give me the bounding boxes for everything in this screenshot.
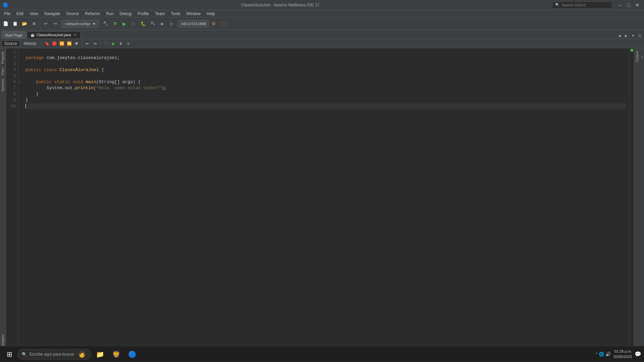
config-label: <default config> xyxy=(65,22,91,26)
tabs-next-btn[interactable]: ▶ xyxy=(623,33,629,39)
shift-left-btn[interactable]: ⇤ xyxy=(84,40,91,47)
profile-file-btn[interactable]: ◇ xyxy=(167,19,176,28)
fold-6[interactable]: □ xyxy=(18,79,23,85)
pause-btn[interactable]: ⏸ xyxy=(117,40,124,47)
tabs-prev-btn[interactable]: ◀ xyxy=(616,33,623,39)
toolbar-sep-3 xyxy=(100,20,100,28)
gc-btn[interactable]: ♻ xyxy=(209,19,218,28)
shift-right-btn[interactable]: ⇥ xyxy=(92,40,98,47)
fold-1 xyxy=(18,49,23,55)
menu-window[interactable]: Window xyxy=(183,11,203,17)
menu-tools[interactable]: Tools xyxy=(168,11,183,17)
tabs-right-controls: ◀ ▶ ▼ ⊡ xyxy=(616,33,643,39)
taskbar-brave[interactable]: 🦁 xyxy=(109,348,123,361)
tray-expand[interactable]: ^ xyxy=(596,352,597,356)
run-btn[interactable]: ▶ xyxy=(120,19,129,28)
network-icon[interactable]: 🌐 xyxy=(599,352,604,357)
menu-source[interactable]: Source xyxy=(63,11,82,17)
maximize-button[interactable]: □ xyxy=(625,2,633,8)
sidebar-files[interactable]: Files xyxy=(0,66,5,77)
main-area: Projects Files Services Navigator 1 2 3 … xyxy=(0,48,644,352)
menu-refactor[interactable]: Refactor xyxy=(82,11,103,17)
brave-icon: 🦁 xyxy=(112,350,120,358)
code-line-7: System.out.println("Hole, como estan tod… xyxy=(25,85,627,91)
code-line-4: public class ClasesAluraJoel { xyxy=(25,67,627,73)
code-line-6: public static void main(String[] args) { xyxy=(25,79,627,85)
menu-navigate[interactable]: Navigate xyxy=(42,11,63,17)
tab-java-file[interactable]: ☕ ClasesAluraJoel.java ✕ xyxy=(27,31,81,39)
search-bar[interactable]: 🔍 Search (Ctrl+I) xyxy=(552,1,612,9)
new-file-btn[interactable]: 📋 xyxy=(11,19,19,28)
menu-debug[interactable]: Debug xyxy=(117,11,134,17)
tab-start-page[interactable]: Start Page xyxy=(1,31,26,39)
config-selector[interactable]: <default config> ▼ xyxy=(62,20,98,28)
title-bar: 🔵 ClasesAluraJoel - Apache NetBeans IDE … xyxy=(0,0,644,10)
start-button[interactable]: ⊞ xyxy=(3,348,16,361)
explorer-icon: 📁 xyxy=(96,350,104,358)
history-tab-btn[interactable]: History xyxy=(21,40,39,47)
source-tab-btn[interactable]: Source xyxy=(1,40,20,47)
menu-run[interactable]: Run xyxy=(104,11,116,17)
clear-bookmarks-btn[interactable]: ✖ xyxy=(73,40,80,47)
line-num-4: 4 xyxy=(6,67,16,73)
tabs-restore-btn[interactable]: ⊡ xyxy=(637,33,643,39)
profile-btn[interactable]: ◈ xyxy=(158,19,166,28)
taskbar-search-icon: 🔍 xyxy=(22,352,27,357)
stop-btn[interactable]: ⬛ xyxy=(219,19,227,28)
sidebar-services[interactable]: Services xyxy=(0,77,5,94)
menu-view[interactable]: View xyxy=(27,11,41,17)
code-editor[interactable]: package com.joeytas.clasesalurajoel; pub… xyxy=(23,48,629,352)
taskbar-explorer[interactable]: 📁 xyxy=(93,348,107,361)
undo-btn[interactable]: ↩ xyxy=(41,19,50,28)
taskbar-cortana-icon: 🧑 xyxy=(78,351,86,358)
output-close-btn[interactable]: ✕ xyxy=(641,55,643,59)
toolbar-sep-1 xyxy=(40,20,40,28)
build-btn[interactable]: 🔨 xyxy=(101,19,110,28)
tab-java-close[interactable]: ✕ xyxy=(73,33,77,37)
output-panel: Output ✕ xyxy=(634,48,644,352)
menu-team[interactable]: Team xyxy=(152,11,167,17)
config-arrow: ▼ xyxy=(92,22,96,26)
continue-btn[interactable]: ▶ xyxy=(110,40,117,47)
stop-debug-btn[interactable]: ⬛ xyxy=(103,40,109,47)
line-num-10: 10 xyxy=(6,103,16,109)
tab-java-icon: ☕ xyxy=(31,33,35,37)
menu-profile[interactable]: Profile xyxy=(135,11,152,17)
menu-bar: File Edit View Navigate Source Refactor … xyxy=(0,10,644,17)
taskbar-search[interactable]: 🔍 Escribe aquí para buscar 🧑 xyxy=(17,349,91,360)
fold-column: □ xyxy=(18,48,23,352)
sidebar-projects[interactable]: Projects xyxy=(0,50,5,66)
debug-btn[interactable]: 🐛 xyxy=(139,19,148,28)
toggle-bookmark-btn[interactable]: 🔖 xyxy=(44,40,50,47)
memory-indicator[interactable]: 443.0/714.0MB xyxy=(179,20,209,27)
memory-label: 443.0/714.0MB xyxy=(181,22,206,26)
output-tab-label[interactable]: Output xyxy=(635,50,639,63)
menu-edit[interactable]: Edit xyxy=(14,11,26,17)
toolbar: 📄 📋 📂 ⊠ ↩ ↪ <default config> ▼ 🔨 ⚒ ▶ ▷ 🐛… xyxy=(0,17,644,30)
close-project-btn[interactable]: ⊠ xyxy=(30,19,38,28)
tabs-menu-btn[interactable]: ▼ xyxy=(630,33,636,39)
toggle-breakpoint-btn[interactable]: 🔴 xyxy=(51,40,58,47)
editor-area[interactable]: 1 2 3 4 5 6 7 8 9 10 □ package c xyxy=(6,48,629,352)
fold-8 xyxy=(18,91,23,97)
menu-help[interactable]: Help xyxy=(204,11,218,17)
run-file-btn[interactable]: ▷ xyxy=(129,19,138,28)
notification-btn[interactable]: 💬 xyxy=(635,351,641,357)
taskbar-clock[interactable]: 01:26 p.m. 20/06/2023 xyxy=(613,349,632,359)
prev-bookmark-btn[interactable]: ⏪ xyxy=(66,40,72,47)
next-bookmark-btn[interactable]: ⏩ xyxy=(58,40,65,47)
tab-java-label: ClasesAluraJoel.java xyxy=(37,33,71,37)
minimize-button[interactable]: – xyxy=(616,2,624,8)
taskbar-app3[interactable]: 🔵 xyxy=(125,348,140,361)
clean-build-btn[interactable]: ⚒ xyxy=(111,19,119,28)
more-btn[interactable]: ≡ xyxy=(125,40,131,47)
volume-icon[interactable]: 🔊 xyxy=(605,352,611,357)
debug-file-btn[interactable]: ⛏ xyxy=(148,19,157,28)
close-button[interactable]: ✕ xyxy=(633,2,641,8)
redo-btn[interactable]: ↪ xyxy=(51,19,59,28)
menu-file[interactable]: File xyxy=(1,11,13,17)
open-project-btn[interactable]: 📂 xyxy=(20,19,29,28)
search-icon: 🔍 xyxy=(555,3,560,7)
line-num-7: 7 xyxy=(6,85,16,91)
new-project-btn[interactable]: 📄 xyxy=(1,19,10,28)
